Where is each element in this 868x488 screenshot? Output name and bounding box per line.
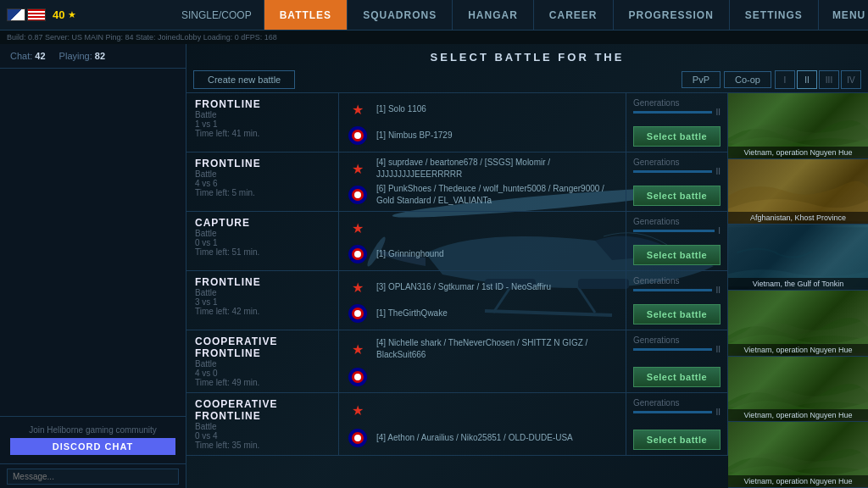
flag-blue	[7, 8, 25, 21]
select-battle-button[interactable]: Select battle	[633, 126, 721, 147]
battle-mode: Battle	[195, 169, 330, 179]
blue-roundel-icon	[346, 127, 370, 144]
tab-battles[interactable]: BATTLES	[264, 0, 348, 30]
select-battle-button[interactable]: Select battle	[633, 430, 721, 450]
svg-point-12	[354, 191, 361, 198]
tab-hangar[interactable]: HANGAR	[453, 0, 534, 30]
battle-info: FRONTLINE Battle 3 vs 1 Time left: 42 mi…	[186, 271, 339, 330]
blue-player-names: [1] Nimbus BP-1729	[376, 130, 619, 141]
level-badge: 40	[53, 8, 64, 21]
blue-roundel-icon	[346, 305, 370, 322]
red-star-icon: ★	[346, 219, 370, 236]
filter-tabs: PvP Co-op	[682, 71, 771, 88]
blue-team-row: [1] Grinninghound	[346, 246, 619, 263]
content-inner: SELECT BATTLE FOR THE Create new battle …	[186, 44, 868, 488]
message-input[interactable]	[7, 469, 179, 485]
star-icon: ★	[68, 9, 76, 20]
blue-roundel-icon	[346, 430, 370, 446]
chat-area	[0, 69, 186, 416]
roman-tab-3[interactable]: III	[819, 70, 839, 89]
menu-button[interactable]: MENU	[819, 9, 868, 21]
playing-label: Playing: 82	[59, 51, 105, 61]
svg-point-24	[354, 435, 361, 441]
battle-players: ★ [1] Grinninghound	[339, 212, 626, 270]
discord-text: Join Heliborne gaming community	[10, 425, 175, 435]
select-battle-button[interactable]: Select battle	[633, 186, 721, 206]
thumbnail-panel: Vietnam, operation Nguyen Hue Afghanista…	[728, 93, 868, 488]
battle-time: Time left: 5 min.	[195, 188, 330, 197]
battle-meta: Generations II Select battle	[626, 393, 728, 455]
gen-bar	[633, 230, 715, 232]
battle-info: FRONTLINE Battle 1 vs 1 Time left: 41 mi…	[186, 93, 339, 152]
build-info: Build: 0.87 Server: US MAIN Ping: 84 Sta…	[0, 30, 868, 44]
map-label: Vietnam, operation Nguyen Hue	[728, 409, 868, 421]
red-team-row: ★ [4] Nichelle shark / TheNeverChosen / …	[346, 337, 619, 361]
select-battle-button[interactable]: Select battle	[633, 304, 721, 324]
gen-bar	[633, 411, 712, 413]
discord-button[interactable]: DISCORD CHAT	[10, 438, 175, 455]
message-input-container	[0, 463, 186, 488]
gen-bar-row: II	[633, 108, 721, 117]
blue-player-names: [6] PunkShoes / Thedeuce / wolf_hunter50…	[376, 183, 619, 207]
map-thumbnail: Vietnam, operation Nguyen Hue	[728, 357, 868, 423]
content-area: SELECT BATTLE FOR THE Create new battle …	[186, 44, 868, 488]
roman-tab-1[interactable]: I	[775, 70, 795, 89]
map-thumbnail: Vietnam, operation Nguyen Hue	[728, 422, 868, 488]
filter-pvp[interactable]: PvP	[682, 71, 721, 88]
red-star-icon: ★	[346, 341, 370, 358]
battle-time: Time left: 41 min.	[195, 129, 330, 138]
map-thumbnail: Vietnam, the Gulf of Tonkin	[728, 225, 868, 291]
nav-tabs: SINGLE/COOP BATTLES SQUADRONS HANGAR CAR…	[170, 0, 819, 30]
filter-coop[interactable]: Co-op	[724, 71, 771, 88]
sidebar: Chat: 42 Playing: 82 Join Heliborne gami…	[0, 44, 186, 488]
battle-players: ★ [4] suprdave / beartone678 / [SSGS] Mo…	[339, 152, 626, 211]
red-team-row: ★ [1] Solo 1106	[346, 101, 619, 118]
battle-type: FRONTLINE	[195, 158, 330, 169]
gen-label: Generations	[633, 217, 721, 226]
blue-player-names: [1] TheGirthQwake	[376, 308, 619, 319]
tab-squadrons[interactable]: SQUADRONS	[348, 0, 453, 30]
battle-type: CAPTURE	[195, 217, 330, 229]
battle-row: COOPERATIVE FRONTLINE Battle 0 vs 4 Time…	[186, 393, 728, 456]
battle-score: 3 vs 1	[195, 297, 330, 307]
red-team-row: ★ [3] OPLAN316 / Sgtkumar / 1st ID - Neo…	[346, 279, 619, 296]
tab-single-coop[interactable]: SINGLE/COOP	[170, 0, 264, 30]
roman-tab-4[interactable]: IV	[841, 70, 861, 89]
battle-mode: Battle	[195, 110, 330, 119]
blue-team-row: [4] Aethon / Aurailius / Niko25851 / OLD…	[346, 430, 619, 446]
gen-bar-row: II	[633, 345, 721, 354]
tab-progression[interactable]: PROGRESSION	[614, 0, 730, 30]
battle-info: COOPERATIVE FRONTLINE Battle 0 vs 4 Time…	[186, 393, 339, 455]
blue-team-row: [1] Nimbus BP-1729	[346, 127, 619, 144]
select-battle-button[interactable]: Select battle	[633, 367, 721, 387]
battle-row: FRONTLINE Battle 4 vs 6 Time left: 5 min…	[186, 152, 728, 212]
gen-bar	[633, 348, 712, 351]
chat-header: Chat: 42 Playing: 82	[0, 44, 186, 69]
tab-settings[interactable]: SETTINGS	[730, 0, 819, 30]
battle-row: FRONTLINE Battle 1 vs 1 Time left: 41 mi…	[186, 93, 728, 152]
battle-players: ★ [4] Aethon / Aurailius / Niko25851 / O…	[339, 393, 626, 455]
battle-meta: Generations II Select battle	[626, 93, 728, 152]
roman-tab-2[interactable]: II	[797, 70, 817, 89]
red-player-names: [4] Nichelle shark / TheNeverChosen / SH…	[376, 337, 619, 361]
blue-roundel-icon	[346, 246, 370, 263]
flag-stripe	[27, 8, 46, 21]
battle-info: CAPTURE Battle 0 vs 1 Time left: 51 min.	[186, 212, 339, 270]
tab-career[interactable]: CAREER	[534, 0, 614, 30]
svg-point-21	[354, 374, 361, 380]
gen-label: Generations	[633, 98, 721, 108]
battle-type: FRONTLINE	[195, 98, 330, 110]
battle-score: 0 vs 4	[195, 431, 330, 441]
blue-roundel-icon	[346, 369, 370, 385]
battle-score: 4 vs 0	[195, 369, 330, 378]
red-player-names: [4] suprdave / beartone678 / [SSGS] Molo…	[376, 157, 619, 180]
battle-time: Time left: 42 min.	[195, 307, 330, 316]
battle-time: Time left: 35 min.	[195, 441, 330, 450]
red-player-names: [1] Solo 1106	[376, 103, 619, 115]
select-battle-button[interactable]: Select battle	[633, 245, 721, 265]
gen-label: Generations	[633, 276, 721, 286]
battle-row: COOPERATIVE FRONTLINE Battle 4 vs 0 Time…	[186, 330, 728, 393]
battle-score: 4 vs 6	[195, 179, 330, 188]
create-battle-button[interactable]: Create new battle	[193, 70, 295, 89]
battle-info: COOPERATIVE FRONTLINE Battle 4 vs 0 Time…	[186, 330, 339, 392]
